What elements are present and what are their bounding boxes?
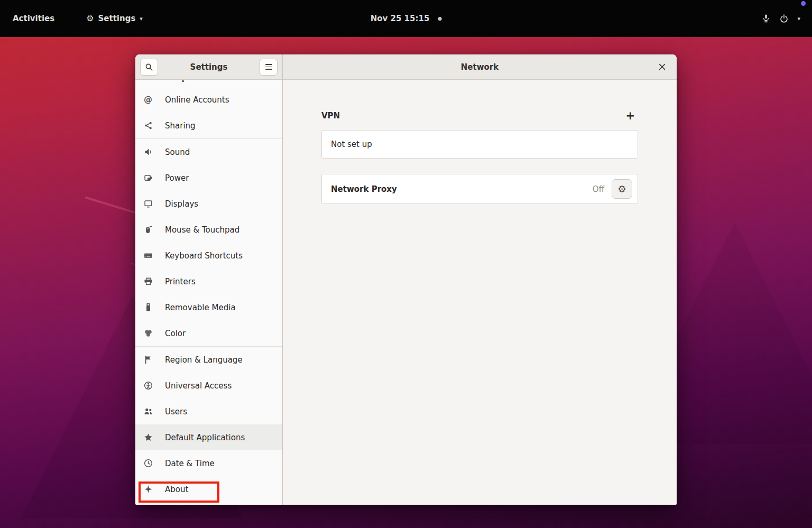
sound-icon — [143, 147, 153, 157]
proxy-settings-button[interactable]: ⚙ — [612, 179, 632, 199]
users-icon — [143, 407, 153, 416]
network-proxy-row: Network Proxy Off ⚙ — [321, 174, 638, 204]
online-accounts-icon: @ — [143, 95, 153, 105]
sidebar-item-sound[interactable]: Sound — [135, 139, 282, 165]
sidebar-item-mouse-touchpad[interactable]: Mouse & Touchpad — [135, 217, 282, 243]
power-icon — [143, 173, 153, 183]
app-menu-button[interactable]: ⚙ Settings ▾ — [81, 11, 148, 26]
recording-indicator-dot — [801, 1, 806, 6]
proxy-label: Network Proxy — [331, 184, 397, 194]
flag-icon — [143, 355, 153, 365]
page-title: Network — [283, 62, 677, 72]
displays-icon — [143, 199, 153, 209]
chevron-down-icon: ▾ — [797, 15, 800, 22]
close-icon — [659, 63, 666, 70]
sidebar-item-printers[interactable]: Printers — [135, 268, 282, 294]
clock-label: Nov 25 15:15 — [371, 14, 430, 23]
app-menu-label: Settings — [98, 14, 136, 23]
system-tray[interactable]: ▾ — [761, 14, 800, 23]
sidebar-item-removable-media[interactable]: Removable Media — [135, 294, 282, 320]
vpn-section-header: VPN + — [321, 109, 638, 122]
close-button[interactable] — [655, 60, 669, 74]
settings-sidebar: Settings @ Online Accounts Sharing Sound — [135, 54, 283, 505]
clock-button[interactable]: Nov 25 15:15 — [371, 14, 442, 23]
microphone-icon — [761, 14, 771, 23]
add-vpn-button[interactable]: + — [622, 110, 638, 122]
universal-access-icon — [143, 381, 153, 391]
removable-media-icon — [143, 303, 153, 312]
sidebar-list: @ Online Accounts Sharing Sound Power Di… — [135, 80, 282, 505]
mouse-icon — [143, 225, 153, 235]
sidebar-item-color[interactable]: Color — [135, 320, 282, 346]
vpn-heading: VPN — [321, 111, 340, 121]
search-icon — [145, 63, 153, 71]
color-icon — [143, 329, 153, 338]
scrolled-item-remnant — [182, 80, 184, 82]
network-panel: Network VPN + Not set up Network Proxy O… — [283, 54, 677, 505]
notification-dot-icon — [438, 17, 441, 21]
sidebar-item-date-time[interactable]: Date & Time — [135, 450, 282, 476]
primary-menu-button[interactable] — [260, 59, 278, 76]
clock-icon — [143, 459, 153, 468]
sparkle-icon — [143, 485, 153, 494]
top-bar: Activities ⚙ Settings ▾ Nov 25 15:15 ▾ — [0, 0, 812, 37]
sidebar-item-default-applications[interactable]: Default Applications — [135, 424, 282, 450]
wallpaper-line — [85, 196, 143, 216]
activities-label: Activities — [13, 14, 54, 23]
hamburger-menu-icon — [265, 64, 272, 70]
sidebar-item-sharing[interactable]: Sharing — [135, 113, 282, 138]
power-icon — [779, 14, 789, 23]
sidebar-item-region-language[interactable]: Region & Language — [135, 347, 282, 373]
settings-window: Settings @ Online Accounts Sharing Sound — [135, 54, 677, 505]
sidebar-item-online-accounts[interactable]: @ Online Accounts — [135, 87, 282, 113]
proxy-status: Off — [593, 184, 604, 194]
search-button[interactable] — [140, 59, 158, 76]
sidebar-headerbar: Settings — [135, 54, 282, 80]
keyboard-icon — [143, 251, 153, 261]
vpn-status-row[interactable]: Not set up — [321, 130, 638, 159]
sidebar-item-users[interactable]: Users — [135, 399, 282, 424]
star-icon — [143, 433, 153, 442]
gear-icon: ⚙ — [86, 14, 94, 23]
main-headerbar: Network — [283, 54, 677, 80]
sidebar-item-keyboard-shortcuts[interactable]: Keyboard Shortcuts — [135, 243, 282, 268]
desktop: Activities ⚙ Settings ▾ Nov 25 15:15 ▾ — [0, 0, 812, 528]
chevron-down-icon: ▾ — [140, 15, 143, 22]
sharing-icon — [143, 121, 153, 131]
sidebar-item-universal-access[interactable]: Universal Access — [135, 373, 282, 399]
activities-button[interactable]: Activities — [7, 11, 60, 26]
sidebar-item-displays[interactable]: Displays — [135, 191, 282, 217]
gear-icon: ⚙ — [617, 183, 626, 194]
sidebar-item-power[interactable]: Power — [135, 165, 282, 191]
printer-icon — [143, 277, 153, 286]
sidebar-item-about[interactable]: About — [135, 476, 282, 502]
vpn-status-text: Not set up — [331, 140, 372, 149]
network-content: VPN + Not set up Network Proxy Off ⚙ — [283, 80, 677, 204]
